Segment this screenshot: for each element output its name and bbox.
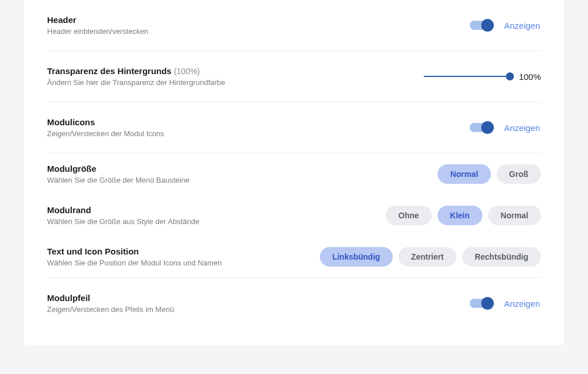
modulrand-option-normal[interactable]: Normal: [488, 206, 541, 225]
transparency-slider-wrap: 100%: [424, 71, 541, 82]
header-toggle-label: Anzeigen: [504, 21, 541, 30]
toggle-knob: [481, 19, 494, 32]
modulrand-option-ohne[interactable]: Ohne: [386, 206, 432, 225]
textpos-option-rechts[interactable]: Rechtsbündig: [462, 247, 541, 267]
modulsize-option-normal[interactable]: Normal: [438, 164, 490, 184]
modulpfeil-title: Modulpfeil: [47, 293, 174, 303]
slider-knob: [506, 72, 514, 80]
modulicons-left: Modulicons Zeigen/Verstecken der Modul I…: [47, 117, 164, 138]
modulrand-left: Modulrand Wählen Sie die Größe aus Style…: [47, 205, 199, 226]
modulrand-subtitle: Wählen Sie die Größe aus Style der Abstä…: [47, 217, 199, 226]
toggle-knob: [481, 297, 494, 310]
textpos-pills: Linksbündig Zentriert Rechtsbündig: [320, 247, 541, 267]
modulicons-toggle[interactable]: [470, 123, 492, 132]
transparency-subtitle: Ändern Sie hier die Transparenz der Hint…: [47, 78, 225, 87]
row-modulpfeil: Modulpfeil Zeigen/Verstecken des Pfeils …: [47, 278, 541, 329]
header-subtitle: Header einblenden/verstecken: [47, 27, 148, 36]
textpos-left: Text und Icon Position Wählen Sie die Po…: [47, 246, 222, 267]
modulpfeil-subtitle: Zeigen/Verstecken des Pfeils im Menü: [47, 305, 174, 314]
textpos-title: Text und Icon Position: [47, 246, 222, 256]
modulpfeil-toggle-wrap: Anzeigen: [470, 299, 541, 309]
row-header: Header Header einblenden/verstecken Anze…: [47, 0, 541, 51]
transparency-title: Transparenz des Hintergrunds (100%): [47, 66, 225, 76]
header-title: Header: [47, 15, 148, 25]
settings-panel: Header Header einblenden/verstecken Anze…: [24, 0, 564, 345]
modulicons-subtitle: Zeigen/Verstecken der Modul Icons: [47, 129, 164, 138]
header-toggle[interactable]: [470, 21, 492, 30]
row-modulsize: Modulgröße Wählen Sie die Größe der Menü…: [47, 153, 541, 195]
modulsize-left: Modulgröße Wählen Sie die Größe der Menü…: [47, 164, 189, 184]
transparency-title-suffix: (100%): [174, 67, 200, 76]
transparency-value: 100%: [517, 72, 541, 82]
row-header-left: Header Header einblenden/verstecken: [47, 15, 148, 36]
modulsize-title: Modulgröße: [47, 164, 189, 173]
transparency-title-text: Transparenz des Hintergrunds: [47, 66, 172, 76]
modulpfeil-toggle[interactable]: [470, 299, 492, 308]
toggle-knob: [481, 121, 494, 134]
slider-track: [424, 76, 510, 77]
modulsize-subtitle: Wählen Sie die Größe der Menü Bausteine: [47, 176, 189, 184]
modulpfeil-toggle-label: Anzeigen: [504, 299, 541, 309]
row-transparency: Transparenz des Hintergrunds (100%) Ände…: [47, 51, 541, 102]
textpos-subtitle: Wählen Sie die Position der Modul Icons …: [47, 259, 222, 267]
textpos-option-links[interactable]: Linksbündig: [320, 247, 393, 267]
modulicons-title: Modulicons: [47, 117, 164, 127]
transparency-slider[interactable]: [424, 71, 510, 82]
modulicons-toggle-wrap: Anzeigen: [470, 123, 541, 133]
transparency-left: Transparenz des Hintergrunds (100%) Ände…: [47, 66, 225, 87]
header-toggle-wrap: Anzeigen: [470, 21, 541, 30]
row-textpos: Text und Icon Position Wählen Sie die Po…: [47, 236, 541, 278]
row-modulicons: Modulicons Zeigen/Verstecken der Modul I…: [47, 102, 541, 153]
modulicons-toggle-label: Anzeigen: [504, 123, 541, 133]
modulsize-option-gross[interactable]: Groß: [497, 164, 541, 184]
modulrand-title: Modulrand: [47, 205, 199, 215]
modulrand-option-klein[interactable]: Klein: [438, 206, 482, 225]
textpos-option-zentriert[interactable]: Zentriert: [399, 247, 457, 267]
modulsize-pills: Normal Groß: [438, 164, 541, 184]
row-modulrand: Modulrand Wählen Sie die Größe aus Style…: [47, 195, 541, 236]
modulrand-pills: Ohne Klein Normal: [386, 206, 541, 225]
modulpfeil-left: Modulpfeil Zeigen/Verstecken des Pfeils …: [47, 293, 174, 314]
